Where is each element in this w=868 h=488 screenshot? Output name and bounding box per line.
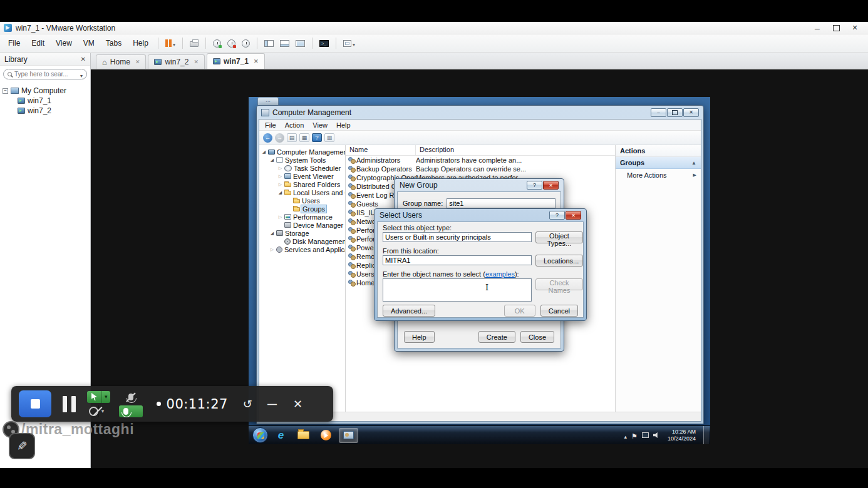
tree-item-shared-folders[interactable]: Shared Folders: [259, 180, 345, 188]
collapsed-arrow-icon[interactable]: [269, 247, 275, 252]
expanded-arrow-icon[interactable]: [261, 150, 267, 155]
tree-item-users[interactable]: Users: [259, 196, 345, 205]
cm-close-button[interactable]: [683, 108, 699, 117]
collapse-icon[interactable]: [3, 88, 8, 94]
tree-item-storage[interactable]: Storage: [259, 229, 345, 237]
expanded-arrow-icon[interactable]: [269, 231, 275, 236]
taskbar-ie-button[interactable]: [271, 428, 291, 443]
search-input[interactable]: [14, 71, 78, 78]
library-search-box[interactable]: [3, 69, 87, 79]
volume-icon[interactable]: [653, 432, 660, 439]
collapse-section-icon[interactable]: [691, 160, 696, 166]
dialog-help-button[interactable]: [549, 211, 565, 220]
examples-link[interactable]: examples: [485, 270, 515, 278]
taskbar-media-player-button[interactable]: [316, 428, 336, 443]
tree-item-task-scheduler[interactable]: Task Scheduler: [259, 164, 345, 172]
library-close-icon[interactable]: [81, 56, 86, 63]
send-to-printer-button[interactable]: [187, 36, 202, 50]
menu-file[interactable]: File: [3, 37, 26, 49]
action-center-icon[interactable]: [631, 430, 638, 441]
unity-view-button[interactable]: [292, 36, 308, 50]
chevron-down-icon[interactable]: [98, 405, 107, 417]
ok-button[interactable]: OK: [504, 305, 535, 317]
taskbar-explorer-button[interactable]: [294, 428, 313, 443]
column-description[interactable]: Description: [416, 145, 615, 155]
back-button[interactable]: [263, 133, 272, 143]
create-button[interactable]: Create: [478, 331, 515, 343]
column-name[interactable]: Name: [346, 145, 416, 155]
console-view-button[interactable]: [316, 36, 332, 50]
tree-item-event-viewer[interactable]: Event Viewer: [259, 172, 345, 180]
library-item-win7-1[interactable]: win7_1: [3, 96, 88, 106]
tree-item-device-manager[interactable]: Device Manager: [259, 221, 345, 229]
microphone-on-button[interactable]: [119, 405, 143, 417]
list-header[interactable]: Name Description: [346, 145, 615, 156]
library-item-win7-2[interactable]: win7_2: [3, 106, 88, 116]
collapsed-arrow-icon[interactable]: [277, 174, 283, 179]
take-snapshot-button[interactable]: [210, 36, 224, 50]
close-tab-icon[interactable]: [194, 59, 199, 65]
cm-menu-help[interactable]: Help: [332, 121, 355, 129]
tree-item-services-applications[interactable]: Services and Applications: [259, 245, 345, 253]
minimize-recorder-button[interactable]: [267, 397, 277, 410]
forward-button[interactable]: [275, 133, 284, 143]
menu-edit[interactable]: Edit: [26, 37, 50, 49]
dialog-help-button[interactable]: [527, 181, 542, 190]
expanded-arrow-icon[interactable]: [277, 190, 283, 195]
tree-item-groups[interactable]: Groups: [259, 205, 345, 213]
cancel-button[interactable]: Cancel: [540, 305, 578, 317]
object-names-input[interactable]: [383, 278, 532, 302]
select-users-titlebar[interactable]: Select Users: [375, 209, 586, 221]
group-row[interactable]: AdministratorsAdministrators have comple…: [346, 156, 615, 165]
show-hidden-icons-button[interactable]: [624, 430, 628, 441]
collapsed-arrow-icon[interactable]: [277, 215, 283, 220]
enter-fullscreen-button[interactable]: [340, 36, 358, 50]
chevron-down-icon[interactable]: [80, 69, 83, 80]
tray-clock[interactable]: 10:26 AM 10/24/2024: [664, 429, 699, 442]
network-icon[interactable]: [642, 432, 649, 438]
chevron-down-icon[interactable]: [351, 38, 355, 49]
tab-win7-1[interactable]: win7_1: [207, 53, 265, 69]
tab-home[interactable]: Home: [96, 54, 146, 69]
library-item-my-computer[interactable]: My Computer: [3, 86, 88, 96]
show-desktop-button[interactable]: [703, 426, 709, 444]
show-console-tree-button[interactable]: [287, 133, 297, 142]
chevron-down-icon[interactable]: [101, 391, 110, 403]
webcam-off-button[interactable]: [87, 405, 108, 417]
object-types-button[interactable]: Object Types...: [535, 231, 583, 243]
show-thumbnail-bar-button[interactable]: [277, 36, 292, 50]
advanced-button[interactable]: Advanced...: [383, 305, 435, 317]
cursor-capture-button[interactable]: [87, 391, 110, 403]
menu-view[interactable]: View: [50, 37, 78, 49]
close-recorder-button[interactable]: [293, 397, 302, 411]
menu-help[interactable]: Help: [127, 37, 154, 49]
show-actions-pane-button[interactable]: [324, 133, 334, 142]
tab-win7-2[interactable]: win7_2: [148, 54, 205, 69]
show-library-button[interactable]: [261, 36, 277, 50]
system-audio-muted-button[interactable]: [119, 391, 143, 403]
help-button[interactable]: Help: [404, 331, 435, 343]
window-maximize-button[interactable]: [827, 23, 845, 34]
suspend-vm-button[interactable]: [162, 36, 178, 50]
pause-recording-button[interactable]: [63, 396, 76, 412]
revert-snapshot-button[interactable]: [224, 36, 239, 50]
window-minimize-button[interactable]: [808, 23, 827, 34]
help-button[interactable]: [312, 133, 322, 142]
chevron-down-icon[interactable]: [172, 38, 175, 49]
manage-snapshots-button[interactable]: [239, 36, 253, 50]
close-tab-icon[interactable]: [135, 59, 140, 65]
group-row[interactable]: Backup OperatorsBackup Operators can ove…: [346, 165, 615, 173]
tree-item-performance[interactable]: Performance: [259, 213, 345, 221]
collapsed-arrow-icon[interactable]: [277, 182, 283, 187]
cm-menu-file[interactable]: File: [261, 121, 281, 129]
dialog-close-button[interactable]: [543, 181, 559, 190]
taskbar-computer-management-button[interactable]: [339, 428, 358, 443]
more-actions-item[interactable]: More Actions: [616, 169, 701, 181]
new-group-titlebar[interactable]: New Group: [395, 179, 564, 191]
check-names-button[interactable]: Check Names: [535, 278, 583, 290]
stop-recording-button[interactable]: [19, 390, 51, 417]
expanded-arrow-icon[interactable]: [269, 158, 275, 163]
tree-item-computer-management[interactable]: Computer Management (Local: [259, 148, 345, 156]
dialog-close-button[interactable]: [566, 211, 581, 220]
locations-button[interactable]: Locations...: [535, 255, 583, 267]
